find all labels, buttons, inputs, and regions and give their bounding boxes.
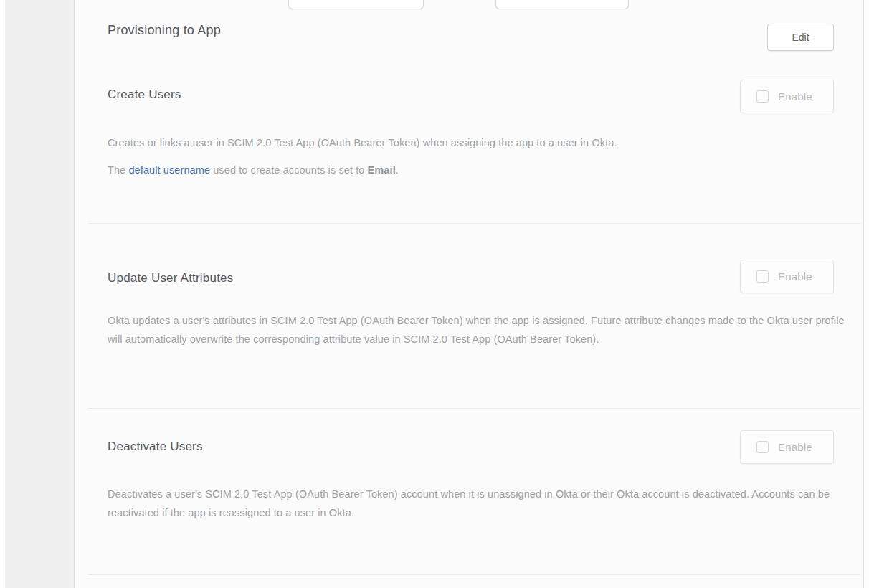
section-title-create-users: Create Users: [108, 87, 181, 102]
provisioning-page: Provisioning to App Edit Create Users En…: [0, 0, 869, 588]
right-gutter: [865, 0, 869, 588]
enable-checkbox[interactable]: [756, 90, 769, 103]
note-suffix: .: [396, 164, 399, 176]
deactivate-users-description: Deactivates a user's SCIM 2.0 Test App (…: [108, 485, 857, 522]
enable-toggle-deactivate-users[interactable]: Enable: [740, 430, 834, 464]
note-middle: used to create accounts is set to: [210, 164, 368, 176]
left-sidebar: [5, 0, 75, 588]
enable-label: Enable: [778, 441, 812, 453]
create-users-username-note: The default username used to create acco…: [108, 161, 857, 179]
default-username-link[interactable]: default username: [128, 164, 210, 176]
enable-checkbox[interactable]: [756, 270, 769, 283]
enable-toggle-create-users[interactable]: Enable: [740, 80, 834, 113]
section-title-deactivate-users: Deactivate Users: [108, 440, 203, 454]
edit-button-label: Edit: [792, 32, 809, 43]
section-title-update-user-attributes: Update User Attributes: [108, 271, 233, 285]
enable-label: Enable: [778, 90, 812, 103]
page-title: Provisioning to App: [108, 23, 221, 38]
section-divider: [88, 408, 861, 409]
cutoff-button-right[interactable]: [495, 0, 629, 9]
enable-toggle-update-user-attributes[interactable]: Enable: [740, 260, 834, 293]
edit-button[interactable]: Edit: [767, 24, 834, 51]
section-divider: [88, 223, 861, 224]
cutoff-button-left[interactable]: [288, 0, 424, 9]
update-user-attributes-description: Okta updates a user's attributes in SCIM…: [108, 311, 857, 348]
section-divider: [88, 574, 861, 575]
create-users-description: Creates or links a user in SCIM 2.0 Test…: [108, 133, 857, 152]
note-prefix: The: [108, 164, 128, 176]
enable-label: Enable: [778, 270, 812, 283]
enable-checkbox[interactable]: [756, 441, 769, 453]
note-email-value: Email: [368, 164, 396, 176]
provisioning-panel: Provisioning to App Edit Create Users En…: [77, 0, 864, 588]
